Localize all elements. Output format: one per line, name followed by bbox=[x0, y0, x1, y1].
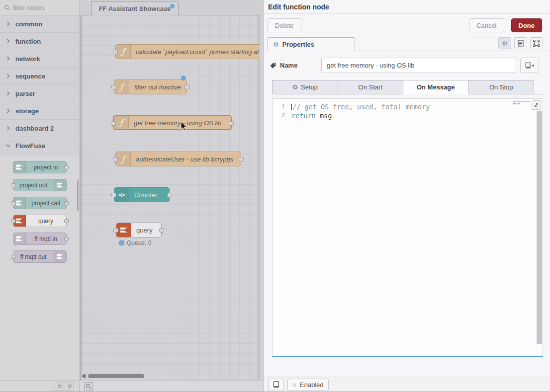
tab-label: Setup bbox=[301, 83, 318, 91]
appearance-view-button[interactable] bbox=[530, 37, 543, 49]
node-input-port[interactable] bbox=[111, 121, 116, 126]
flow-node-counter[interactable]: </> Counter bbox=[114, 187, 170, 202]
palette-category-storage[interactable]: storage bbox=[0, 102, 79, 120]
expand-all-button[interactable] bbox=[65, 383, 74, 391]
node-port[interactable] bbox=[64, 237, 69, 241]
search-icon bbox=[86, 384, 92, 390]
properties-view-button[interactable]: ⚙ bbox=[498, 37, 511, 49]
tab-setup[interactable]: ⚙ Setup bbox=[272, 80, 338, 94]
flow-canvas[interactable]: ƒ calculate `payload.count` primes start… bbox=[80, 15, 260, 380]
editor-minimap bbox=[513, 101, 530, 106]
tag-icon bbox=[270, 62, 276, 69]
node-port[interactable] bbox=[11, 219, 15, 223]
search-icon bbox=[4, 4, 10, 10]
tab-properties[interactable]: ⚙ Properties bbox=[268, 37, 355, 51]
done-button[interactable]: Done bbox=[511, 18, 543, 32]
name-label-text: Name bbox=[280, 62, 297, 69]
scrollbar-thumb[interactable] bbox=[88, 374, 144, 378]
scroll-left-arrow-icon bbox=[82, 374, 86, 379]
collapse-all-button[interactable] bbox=[55, 383, 64, 391]
flow-tab[interactable]: FF Assistant Showcase bbox=[91, 1, 179, 15]
unsaved-changes-dot bbox=[170, 4, 175, 8]
gear-icon: ⚙ bbox=[502, 40, 508, 47]
node-name-input[interactable] bbox=[321, 58, 516, 73]
document-icon bbox=[518, 40, 524, 47]
flow-node-authenticate-user[interactable]: ƒ authenticateUser - use lib bcryptjs bbox=[115, 152, 241, 166]
name-field-label: Name bbox=[270, 62, 321, 69]
tab-on-stop[interactable]: On Stop bbox=[468, 80, 535, 94]
palette-category-network[interactable]: network bbox=[0, 50, 79, 68]
node-input-port[interactable] bbox=[113, 50, 118, 54]
editor-scrollbar[interactable] bbox=[537, 111, 542, 344]
code-text: msg bbox=[316, 112, 332, 120]
code-line-2[interactable]: return msg bbox=[291, 111, 536, 120]
node-label: Counter bbox=[129, 188, 169, 202]
palette-filter-input[interactable] bbox=[13, 4, 73, 11]
node-enabled-toggle[interactable]: ○ Enabled bbox=[287, 379, 329, 391]
palette-category-common[interactable]: common bbox=[0, 15, 79, 33]
flowfuse-icon bbox=[54, 179, 66, 191]
node-output-port[interactable] bbox=[184, 85, 189, 89]
code-lines[interactable]: // get OS free, used, total memory retur… bbox=[291, 99, 536, 120]
palette-category-function[interactable]: function bbox=[0, 33, 79, 50]
palette-category-flowfuse[interactable]: FlowFuse bbox=[0, 137, 79, 155]
palette-category-dashboard2[interactable]: dashboard 2 bbox=[0, 120, 79, 137]
palette-category-parser[interactable]: parser bbox=[0, 85, 79, 102]
expand-editor-button[interactable] bbox=[532, 100, 541, 110]
node-port[interactable] bbox=[11, 183, 15, 187]
tab-on-message[interactable]: On Message bbox=[403, 80, 469, 94]
code-line-1[interactable]: // get OS free, used, total memory bbox=[291, 102, 536, 111]
category-label: network bbox=[15, 55, 40, 63]
description-view-button[interactable] bbox=[514, 37, 527, 49]
flow-node-query[interactable]: query Queue: 0 bbox=[116, 223, 162, 237]
palette-category-sequence[interactable]: sequence bbox=[0, 68, 79, 85]
node-port[interactable] bbox=[64, 165, 69, 169]
category-label: FlowFuse bbox=[15, 142, 45, 150]
node-input-port[interactable] bbox=[111, 85, 116, 89]
delete-button[interactable]: Delete bbox=[268, 18, 301, 32]
flow-node-get-free-memory[interactable]: ƒ get free memory - using OS lib bbox=[113, 115, 232, 130]
function-icon: ƒ bbox=[114, 116, 129, 129]
cancel-button[interactable]: Cancel bbox=[469, 18, 504, 32]
node-red-editor: common function network sequence parser … bbox=[0, 0, 550, 392]
status-dot bbox=[119, 240, 124, 245]
node-output-port[interactable] bbox=[159, 228, 164, 233]
code-editor[interactable]: 1 2 // get OS free, used, total memory r… bbox=[272, 98, 543, 357]
node-input-port[interactable] bbox=[111, 193, 116, 197]
node-info-library-button[interactable] bbox=[268, 379, 284, 391]
palette-node-ff-mqtt-out[interactable]: ff mqtt out bbox=[13, 250, 67, 263]
palette-node-ff-mqtt-in[interactable]: ff mqtt in bbox=[13, 233, 67, 245]
canvas-horizontal-scrollbar[interactable] bbox=[82, 374, 144, 379]
node-output-port[interactable] bbox=[229, 121, 234, 126]
node-label: query bbox=[131, 223, 161, 237]
tab-on-start[interactable]: On Start bbox=[338, 80, 404, 94]
node-port[interactable] bbox=[11, 255, 15, 259]
node-input-port[interactable] bbox=[113, 157, 118, 161]
category-label: sequence bbox=[15, 73, 45, 80]
flow-node-calculate-primes[interactable]: ƒ calculate `payload.count` primes start… bbox=[115, 44, 260, 59]
edit-node-panel: Edit function node Delete Cancel Done ⚙ … bbox=[263, 0, 550, 392]
node-port[interactable] bbox=[64, 219, 69, 223]
node-output-port[interactable] bbox=[167, 193, 172, 197]
chevron-right-icon bbox=[6, 74, 10, 78]
node-output-port[interactable] bbox=[239, 157, 244, 161]
library-button[interactable]: ▾ bbox=[520, 58, 539, 73]
palette-scrollbar[interactable] bbox=[77, 180, 79, 211]
flowfuse-icon bbox=[13, 161, 26, 173]
palette-node-project-out[interactable]: project out bbox=[13, 179, 67, 191]
palette-node-label: ff mqtt out bbox=[13, 251, 54, 262]
canvas-search-button[interactable] bbox=[84, 382, 93, 391]
panel-toolbar: Delete Cancel Done bbox=[264, 14, 550, 37]
chevron-down-icon bbox=[6, 144, 11, 148]
palette-footer bbox=[0, 380, 80, 392]
node-port[interactable] bbox=[11, 201, 15, 205]
flow-node-filter-out-inactive[interactable]: ƒ filter out inactive bbox=[114, 79, 187, 94]
palette-node-project-call[interactable]: project call bbox=[13, 197, 67, 209]
node-status: Queue: 0 bbox=[119, 239, 151, 246]
node-input-port[interactable] bbox=[113, 228, 118, 233]
palette-search[interactable] bbox=[0, 0, 79, 15]
node-port[interactable] bbox=[64, 201, 69, 205]
gear-icon: ⚙ bbox=[292, 84, 298, 90]
palette-node-query[interactable]: query bbox=[13, 215, 67, 227]
palette-node-project-in[interactable]: project in bbox=[13, 161, 67, 173]
